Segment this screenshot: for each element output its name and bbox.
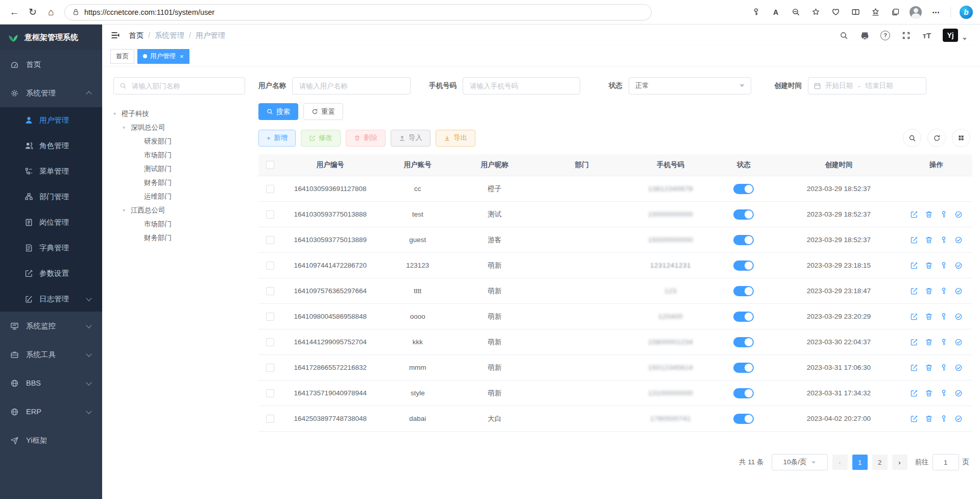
- sidebar-item-departments[interactable]: 部门管理: [0, 184, 102, 209]
- font-size-icon[interactable]: тT: [922, 30, 932, 40]
- breadcrumb-system[interactable]: 系统管理: [155, 31, 184, 40]
- row-reset-password-icon[interactable]: [940, 389, 948, 397]
- status-toggle[interactable]: [733, 388, 754, 398]
- row-edit-icon[interactable]: [910, 415, 918, 423]
- row-edit-icon[interactable]: [910, 364, 918, 372]
- tree-node-dept[interactable]: 市场部门: [113, 148, 245, 162]
- row-assign-role-icon[interactable]: [954, 389, 963, 397]
- row-edit-icon[interactable]: [910, 262, 918, 270]
- sidebar-item-roles[interactable]: 角色管理: [0, 133, 102, 158]
- date-range-picker[interactable]: 开始日期 - 结束日期: [808, 77, 926, 94]
- tree-node-dept[interactable]: 研发部门: [113, 134, 245, 148]
- status-toggle[interactable]: [733, 209, 754, 220]
- sidebar-item-tools[interactable]: 系统工具: [0, 340, 102, 369]
- search-button[interactable]: 搜索: [258, 103, 298, 120]
- export-button[interactable]: 导出: [436, 130, 475, 147]
- row-checkbox[interactable]: [266, 185, 274, 193]
- status-toggle[interactable]: [733, 363, 754, 373]
- row-assign-role-icon[interactable]: [954, 338, 963, 346]
- tree-expand-icon[interactable]: ▾: [123, 125, 131, 130]
- browser-home-icon[interactable]: ⌂: [42, 3, 60, 21]
- sidebar-item-system[interactable]: 系统管理: [0, 79, 102, 107]
- tree-node-dept[interactable]: 运维部门: [113, 189, 245, 203]
- page-size-select[interactable]: 10条/页: [772, 454, 828, 470]
- add-button[interactable]: +新增: [258, 130, 296, 147]
- close-icon[interactable]: ×: [180, 53, 184, 60]
- tree-node-dept[interactable]: 财务部门: [113, 176, 245, 189]
- favorites-bar-icon[interactable]: [870, 7, 881, 18]
- sidebar-item-menus[interactable]: 菜单管理: [0, 158, 102, 184]
- row-assign-role-icon[interactable]: [954, 236, 963, 244]
- sidebar-item-erp[interactable]: ERP: [0, 397, 102, 426]
- add-favorite-icon[interactable]: [810, 7, 821, 18]
- help-icon[interactable]: ?: [880, 31, 890, 40]
- row-delete-icon[interactable]: [925, 389, 933, 397]
- row-checkbox[interactable]: [266, 236, 274, 244]
- row-assign-role-icon[interactable]: [954, 262, 963, 270]
- edit-button[interactable]: 修改: [301, 130, 341, 147]
- status-toggle[interactable]: [733, 286, 754, 296]
- tree-node-company[interactable]: ▾江西总公司: [113, 203, 245, 217]
- row-reset-password-icon[interactable]: [940, 415, 948, 423]
- tree-expand-icon[interactable]: ▾: [123, 207, 131, 213]
- row-edit-icon[interactable]: [910, 236, 918, 244]
- row-checkbox[interactable]: [266, 338, 274, 346]
- row-checkbox[interactable]: [266, 287, 274, 295]
- status-toggle[interactable]: [733, 312, 754, 322]
- breadcrumb-home[interactable]: 首页: [129, 31, 144, 40]
- row-reset-password-icon[interactable]: [940, 210, 948, 219]
- table-columns-button[interactable]: [952, 129, 970, 147]
- import-button[interactable]: 导入: [391, 130, 431, 147]
- next-page-button[interactable]: ›: [892, 455, 907, 470]
- row-assign-role-icon[interactable]: [954, 210, 963, 219]
- collections-icon[interactable]: [890, 7, 901, 18]
- row-assign-role-icon[interactable]: [954, 364, 963, 372]
- zoom-out-icon[interactable]: [790, 7, 801, 18]
- prev-page-button[interactable]: ‹: [832, 455, 848, 470]
- row-delete-icon[interactable]: [925, 236, 933, 244]
- page-button-1[interactable]: 1: [852, 455, 868, 470]
- user-avatar[interactable]: Yj: [943, 29, 958, 42]
- sidebar-item-home[interactable]: 首页: [0, 50, 102, 79]
- tab-home[interactable]: 首页: [110, 49, 134, 64]
- row-reset-password-icon[interactable]: [940, 262, 948, 270]
- row-delete-icon[interactable]: [925, 338, 933, 346]
- row-reset-password-icon[interactable]: [940, 287, 948, 295]
- dept-search-input[interactable]: [131, 82, 239, 90]
- fullscreen-icon[interactable]: [901, 30, 911, 40]
- row-checkbox[interactable]: [266, 313, 274, 321]
- phone-input[interactable]: [469, 82, 574, 90]
- row-edit-icon[interactable]: [910, 287, 918, 295]
- split-screen-icon[interactable]: [850, 7, 861, 18]
- status-select[interactable]: 正常: [629, 77, 751, 94]
- row-delete-icon[interactable]: [925, 364, 933, 372]
- row-checkbox[interactable]: [266, 262, 274, 270]
- row-assign-role-icon[interactable]: [954, 287, 963, 295]
- row-reset-password-icon[interactable]: [940, 338, 948, 346]
- read-aloud-icon[interactable]: A: [770, 7, 781, 18]
- delete-button[interactable]: 删除: [346, 130, 386, 147]
- github-icon[interactable]: [859, 30, 870, 40]
- table-refresh-button[interactable]: [927, 129, 946, 147]
- row-reset-password-icon[interactable]: [940, 313, 948, 321]
- tree-node-root[interactable]: ▾橙子科技: [113, 107, 245, 121]
- row-delete-icon[interactable]: [925, 313, 933, 321]
- browser-back-icon[interactable]: ←: [5, 3, 23, 21]
- sidebar-item-posts[interactable]: 岗位管理: [0, 209, 102, 235]
- row-edit-icon[interactable]: [910, 210, 918, 219]
- address-bar[interactable]: https://ccnetcore.com:1101/system/user: [64, 4, 652, 20]
- row-reset-password-icon[interactable]: [940, 364, 948, 372]
- sidebar-item-logs[interactable]: 日志管理: [0, 286, 102, 312]
- status-toggle[interactable]: [733, 337, 754, 347]
- tree-node-dept[interactable]: 测试部门: [113, 162, 245, 176]
- url-text[interactable]: https://ccnetcore.com:1101/system/user: [84, 8, 214, 16]
- row-delete-icon[interactable]: [925, 287, 933, 295]
- row-checkbox[interactable]: [266, 210, 274, 219]
- table-search-toggle-button[interactable]: [903, 129, 921, 147]
- status-toggle[interactable]: [733, 260, 754, 271]
- tree-node-dept[interactable]: 市场部门: [113, 217, 245, 231]
- password-key-icon[interactable]: [750, 7, 761, 18]
- row-edit-icon[interactable]: [910, 338, 918, 346]
- row-delete-icon[interactable]: [925, 415, 933, 423]
- search-icon[interactable]: [839, 30, 849, 40]
